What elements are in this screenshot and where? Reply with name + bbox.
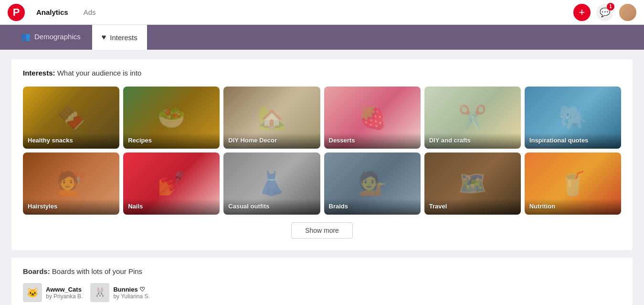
tab-interests[interactable]: ♥ Interests: [92, 25, 147, 50]
boards-card: Boards: Boards with lots of your Pins 🐱 …: [11, 258, 633, 305]
notification-badge: 1: [607, 3, 614, 11]
nav-ads[interactable]: Ads: [78, 5, 102, 19]
boards-row: 🐱 Awww_Cats by Priyanka B. 🐰 Bunnies ♡ b…: [23, 283, 621, 302]
app-header: P Analytics Ads + 💬 1: [0, 0, 644, 25]
messages-button[interactable]: 💬 1: [596, 4, 613, 21]
interest-item-recipes[interactable]: 🥗 Recipes: [123, 87, 220, 149]
interest-item-casual-outfits[interactable]: 👗 Casual outfits: [223, 152, 320, 215]
header-right: + 💬 1: [573, 4, 636, 21]
interest-overlay-healthy-snacks: Healthy snacks: [23, 133, 119, 149]
interest-overlay-hairstyles: Hairstyles: [23, 199, 119, 215]
interest-label-nutrition: Nutrition: [529, 203, 616, 211]
interest-label-casual-outfits: Casual outfits: [228, 203, 315, 211]
board-by-bunnies: by Yulianna S.: [113, 293, 150, 300]
board-info-bunnies: Bunnies ♡ by Yulianna S.: [113, 286, 150, 300]
board-thumb-awww-cats: 🐱: [23, 283, 42, 302]
boards-section-title: Boards: Boards with lots of your Pins: [23, 267, 621, 275]
interest-item-inspirational-quotes[interactable]: 🐘 Inspirational quotes: [525, 87, 621, 149]
main-content: Interests: What your audience is into 🍫 …: [0, 50, 644, 305]
interest-item-diy-home-decor[interactable]: 🏡 DIY Home Decor: [223, 87, 320, 149]
interest-overlay-diy-home-decor: DIY Home Decor: [223, 133, 320, 149]
show-more-button[interactable]: Show more: [291, 222, 353, 239]
interest-label-hairstyles: Hairstyles: [28, 203, 115, 211]
interest-label-braids: Braids: [329, 203, 416, 211]
nav-analytics[interactable]: Analytics: [31, 5, 74, 19]
interest-item-nutrition[interactable]: 🥤 Nutrition: [525, 152, 621, 215]
interests-section-title: Interests: What your audience is into: [23, 69, 621, 77]
interest-overlay-travel: Travel: [424, 199, 521, 215]
interest-item-travel[interactable]: 🗺️ Travel: [424, 152, 521, 215]
tab-bar: 👥 Demographics ♥ Interests: [0, 25, 644, 50]
interest-overlay-recipes: Recipes: [123, 133, 220, 149]
show-more-wrapper: Show more: [23, 222, 621, 239]
interests-grid: 🍫 Healthy snacks 🥗 Recipes 🏡 DIY Home De…: [23, 87, 621, 215]
pinterest-logo[interactable]: P: [8, 4, 25, 21]
interest-label-travel: Travel: [429, 203, 516, 211]
interest-label-diy-crafts: DIY and crafts: [429, 137, 516, 145]
board-name-bunnies: Bunnies ♡: [113, 286, 150, 293]
board-item-awww-cats[interactable]: 🐱 Awww_Cats by Priyanka B.: [23, 283, 83, 302]
interest-overlay-desserts: Desserts: [324, 133, 421, 149]
board-name-awww-cats: Awww_Cats: [46, 286, 83, 293]
interest-label-recipes: Recipes: [128, 137, 215, 145]
interest-item-hairstyles[interactable]: 💇 Hairstyles: [23, 152, 119, 215]
add-button[interactable]: +: [573, 4, 591, 21]
interest-label-healthy-snacks: Healthy snacks: [28, 137, 115, 145]
interest-overlay-diy-crafts: DIY and crafts: [424, 133, 521, 149]
interest-label-desserts: Desserts: [329, 137, 416, 145]
demographics-icon: 👥: [21, 32, 31, 41]
board-thumb-bunnies: 🐰: [90, 283, 109, 302]
interests-card: Interests: What your audience is into 🍫 …: [11, 59, 633, 250]
board-by-awww-cats: by Priyanka B.: [46, 293, 83, 300]
user-avatar[interactable]: [619, 4, 636, 21]
interest-item-healthy-snacks[interactable]: 🍫 Healthy snacks: [23, 87, 119, 149]
board-item-bunnies[interactable]: 🐰 Bunnies ♡ by Yulianna S.: [90, 283, 150, 302]
main-nav: Analytics Ads: [31, 5, 102, 19]
interest-label-diy-home-decor: DIY Home Decor: [228, 137, 315, 145]
interest-label-inspirational-quotes: Inspirational quotes: [529, 137, 616, 145]
interest-overlay-casual-outfits: Casual outfits: [223, 199, 320, 215]
tab-demographics[interactable]: 👥 Demographics: [11, 25, 90, 50]
interest-item-desserts[interactable]: 🍓 Desserts: [324, 87, 421, 149]
interest-item-nails[interactable]: 💅 Nails: [123, 152, 220, 215]
interest-overlay-inspirational-quotes: Inspirational quotes: [525, 133, 621, 149]
board-info-awww-cats: Awww_Cats by Priyanka B.: [46, 286, 83, 300]
interest-label-nails: Nails: [128, 203, 215, 211]
interest-item-braids[interactable]: 💁 Braids: [324, 152, 421, 215]
interest-overlay-nutrition: Nutrition: [525, 199, 621, 215]
interest-overlay-nails: Nails: [123, 199, 220, 215]
interest-item-diy-crafts[interactable]: ✂️ DIY and crafts: [424, 87, 521, 149]
interests-icon: ♥: [102, 33, 106, 42]
interest-overlay-braids: Braids: [324, 199, 421, 215]
